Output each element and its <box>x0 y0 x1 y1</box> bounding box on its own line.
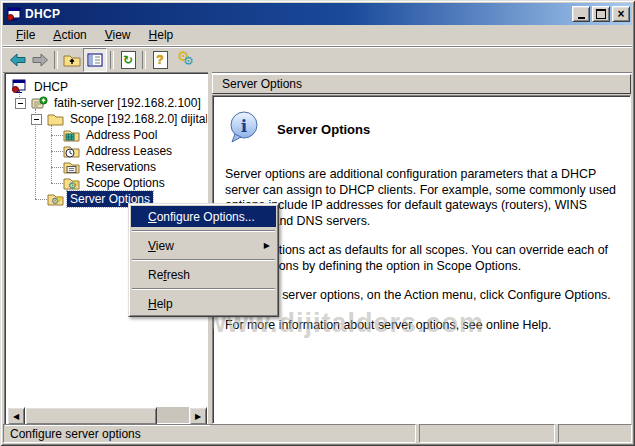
show-console-tree-button[interactable] <box>83 48 107 72</box>
expander-minus[interactable] <box>31 114 42 125</box>
status-panel <box>558 424 632 443</box>
menu-separator <box>132 288 275 290</box>
help-icon: ? <box>153 51 168 69</box>
menu-item-help[interactable]: Help <box>131 293 276 314</box>
submenu-arrow-icon: ▶ <box>264 241 270 250</box>
help-button[interactable]: ? <box>149 49 171 71</box>
toolbar-separator <box>54 51 58 69</box>
expander-minus[interactable] <box>15 98 26 109</box>
address-leases-icon <box>63 143 80 159</box>
menu-item-configure-options[interactable]: Configure Options... <box>131 206 276 227</box>
forward-button[interactable] <box>29 49 51 71</box>
toolbar: ↻ ? ⚙ ⚙ <box>3 46 632 73</box>
tree-item-address-pool[interactable]: Address Pool <box>63 127 160 143</box>
status-bar: Configure server options <box>3 422 632 443</box>
back-button[interactable] <box>7 49 29 71</box>
address-pool-icon <box>63 127 80 143</box>
window-title: DHCP <box>25 7 570 21</box>
show-console-tree-icon <box>87 53 103 67</box>
menu-view[interactable]: View <box>96 26 140 44</box>
menu-item-view[interactable]: View ▶ <box>131 235 276 256</box>
scrollbar-track[interactable] <box>157 407 189 423</box>
close-button[interactable]: × <box>612 6 630 22</box>
configure-gears-button[interactable]: ⚙ ⚙ <box>175 49 197 71</box>
paragraph: Server options are additional configurat… <box>225 167 625 229</box>
menu-action[interactable]: Action <box>44 26 95 44</box>
menu-item-refresh[interactable]: Refresh <box>131 264 276 285</box>
info-icon: i <box>227 110 261 149</box>
reservations-icon <box>63 159 80 175</box>
dhcp-console-icon <box>11 79 28 95</box>
svg-text:⚙: ⚙ <box>56 195 62 202</box>
forward-icon <box>31 53 49 67</box>
up-one-level-button[interactable] <box>61 49 83 71</box>
menu-file[interactable]: File <box>7 26 44 44</box>
status-panel <box>419 424 555 443</box>
tree-item-dhcp-root[interactable]: DHCP <box>11 79 71 95</box>
scope-options-icon: ⚙ ⚙ <box>63 175 80 191</box>
context-menu: Configure Options... View ▶ Refresh Help <box>128 203 279 317</box>
maximize-button[interactable] <box>592 6 610 22</box>
dhcp-app-icon <box>6 6 22 22</box>
scope-folder-icon <box>47 111 64 127</box>
refresh-button[interactable]: ↻ <box>117 49 139 71</box>
dhcp-server-icon <box>31 95 48 111</box>
status-message-panel: Configure server options <box>3 424 416 443</box>
tree-item-server[interactable]: fatih-server [192.168.2.100] <box>31 95 204 111</box>
up-one-level-icon <box>63 52 81 68</box>
gears-icon: ⚙ ⚙ <box>176 50 196 70</box>
tree-item-address-leases[interactable]: Address Leases <box>63 143 175 159</box>
menu-bar: File Action View Help <box>3 25 632 46</box>
minimize-button[interactable] <box>572 6 590 22</box>
dhcp-console-window: DHCP × File Action View Help <box>0 0 635 446</box>
toolbar-separator <box>110 51 114 69</box>
paragraph: To set the server options, on the Action… <box>225 288 625 304</box>
tree-item-scope[interactable]: Scope [192.168.2.0] dijitald <box>47 111 207 127</box>
svg-text:i: i <box>241 116 248 136</box>
back-icon <box>9 53 27 67</box>
svg-text:⚙: ⚙ <box>72 179 79 188</box>
tree-horizontal-scrollbar[interactable]: ◀ ▶ <box>7 407 207 423</box>
title-bar[interactable]: DHCP × <box>3 3 632 25</box>
content-heading: Server Options <box>277 122 370 137</box>
right-pane-header: Server Options <box>212 74 631 94</box>
refresh-icon: ↻ <box>121 51 136 69</box>
server-options-icon: ⚙ ⚙ <box>47 191 64 207</box>
right-pane-title: Server Options <box>222 77 302 91</box>
tree-item-scope-options[interactable]: ⚙ ⚙ Scope Options <box>63 175 168 191</box>
status-text: Configure server options <box>10 427 141 441</box>
toolbar-separator <box>142 51 146 69</box>
tree-item-reservations[interactable]: Reservations <box>63 159 159 175</box>
menu-separator <box>132 259 275 261</box>
menu-separator <box>132 230 275 232</box>
paragraph: Server options act as defaults for all s… <box>225 243 625 274</box>
menu-help[interactable]: Help <box>140 26 183 44</box>
